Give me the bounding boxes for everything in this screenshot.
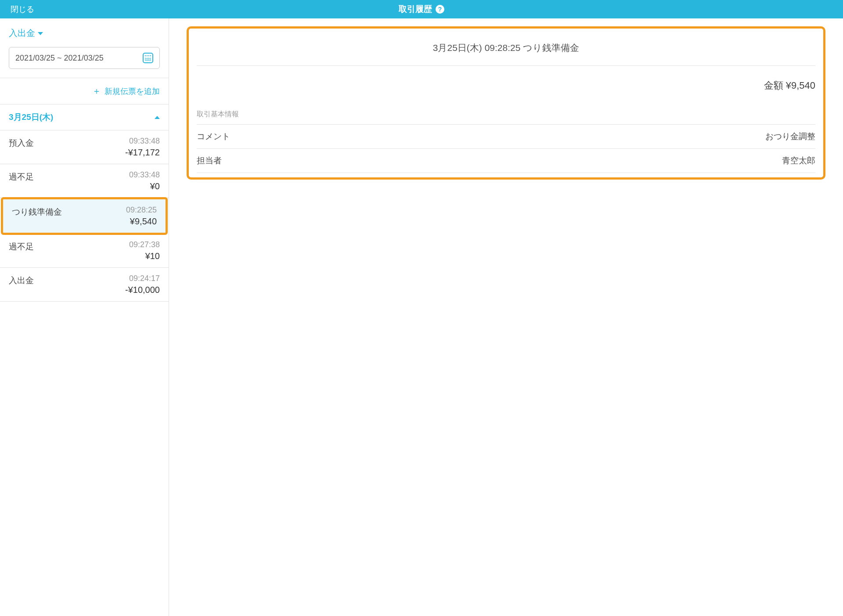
transaction-label: つり銭準備金: [12, 205, 62, 227]
detail-comment-label: コメント: [197, 131, 230, 142]
help-icon[interactable]: ?: [436, 5, 444, 14]
transaction-time: 09:24:17: [125, 274, 160, 283]
transaction-item[interactable]: 過不足 09:33:48 ¥0: [0, 164, 169, 198]
transaction-label: 過不足: [9, 170, 34, 191]
transaction-time: 09:33:48: [129, 170, 160, 180]
detail-card: 3月25日(木) 09:28:25 つり銭準備金 金額 ¥9,540 取引基本情…: [187, 26, 825, 180]
filter-dropdown[interactable]: 入出金: [9, 27, 160, 39]
page-title: 取引履歴: [399, 4, 432, 15]
transaction-label: 入出金: [9, 274, 34, 295]
transaction-item-selected[interactable]: つり銭準備金 09:28:25 ¥9,540: [1, 197, 168, 235]
detail-panel: 3月25日(木) 09:28:25 つり銭準備金 金額 ¥9,540 取引基本情…: [169, 18, 843, 616]
plus-icon: ＋: [92, 85, 101, 97]
transaction-item[interactable]: 入出金 09:24:17 -¥10,000: [0, 268, 169, 302]
detail-title: 3月25日(木) 09:28:25 つり銭準備金: [197, 29, 815, 66]
transaction-amount: -¥17,172: [125, 148, 160, 158]
sidebar: 入出金 2021/03/25 ~ 2021/03/25 ＋ 新規伝票を追加 3月…: [0, 18, 169, 616]
detail-staff-label: 担当者: [197, 155, 222, 166]
detail-section-label: 取引基本情報: [189, 110, 823, 124]
detail-staff-value: 青空太郎: [782, 155, 815, 166]
chevron-down-icon: [38, 32, 43, 35]
transaction-list: 預入金 09:33:48 -¥17,172 過不足 09:33:48 ¥0 つり…: [0, 130, 169, 302]
add-slip-button[interactable]: ＋ 新規伝票を追加: [0, 78, 169, 104]
date-group-label: 3月25日(木): [9, 112, 53, 123]
filter-label-text: 入出金: [9, 27, 35, 39]
transaction-amount: ¥9,540: [126, 216, 157, 227]
transaction-label: 過不足: [9, 240, 34, 261]
detail-amount: 金額 ¥9,540: [189, 66, 823, 110]
transaction-time: 09:33:48: [125, 137, 160, 146]
transaction-amount: ¥10: [129, 251, 160, 261]
filter-section: 入出金 2021/03/25 ~ 2021/03/25: [0, 18, 169, 78]
date-range-text: 2021/03/25 ~ 2021/03/25: [15, 54, 104, 63]
transaction-time: 09:27:38: [129, 240, 160, 249]
main-layout: 入出金 2021/03/25 ~ 2021/03/25 ＋ 新規伝票を追加 3月…: [0, 18, 843, 616]
calendar-icon: [143, 53, 153, 63]
detail-comment-value: おつり金調整: [765, 131, 815, 142]
add-slip-label: 新規伝票を追加: [104, 86, 160, 97]
transaction-label: 預入金: [9, 137, 34, 158]
date-group-header[interactable]: 3月25日(木): [0, 104, 169, 130]
transaction-amount: ¥0: [129, 181, 160, 191]
transaction-time: 09:28:25: [126, 205, 157, 215]
transaction-amount: -¥10,000: [125, 285, 160, 295]
header-title-wrap: 取引履歴 ?: [399, 4, 444, 15]
detail-staff-row: 担当者 青空太郎: [197, 148, 815, 173]
app-header: 閉じる 取引履歴 ?: [0, 0, 843, 18]
chevron-up-icon: [155, 116, 160, 119]
transaction-item[interactable]: 預入金 09:33:48 -¥17,172: [0, 130, 169, 164]
transaction-item[interactable]: 過不足 09:27:38 ¥10: [0, 234, 169, 268]
detail-comment-row: コメント おつり金調整: [197, 124, 815, 148]
date-range-picker[interactable]: 2021/03/25 ~ 2021/03/25: [9, 47, 160, 69]
close-button[interactable]: 閉じる: [11, 4, 34, 14]
